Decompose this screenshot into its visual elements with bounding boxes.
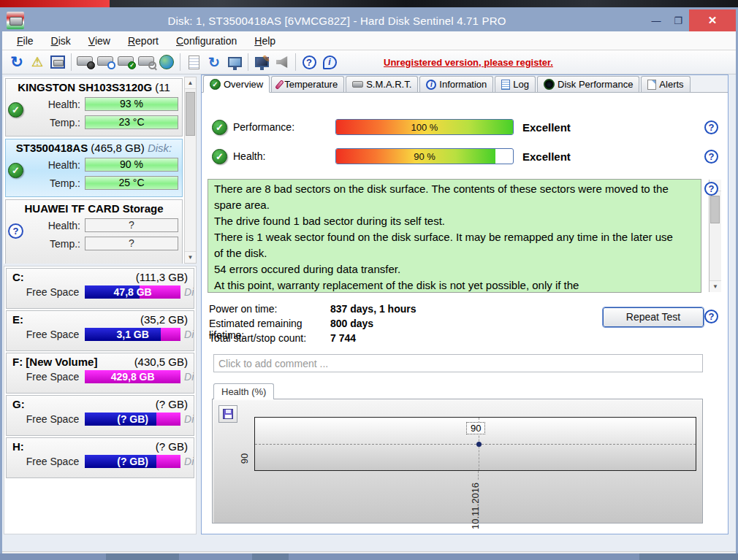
partition-item-f[interactable]: F: [New Volume] (430,5 GB) Free Space 42… xyxy=(6,353,194,394)
tab-overview[interactable]: ✓Overview xyxy=(203,75,270,93)
rescan-warning-button[interactable]: ⚠ xyxy=(27,52,47,72)
status-unknown-icon: ? xyxy=(8,223,23,239)
chart-data-point[interactable] xyxy=(476,442,482,447)
menu-disk[interactable]: Disk xyxy=(42,33,80,49)
status-ok-icon: ✓ xyxy=(8,102,23,118)
disk-clock-icon xyxy=(97,56,113,66)
sidebar: KINGSTON SH103S3120G (11 ✓ Health: 93 % … xyxy=(4,77,197,534)
scroll-thumb[interactable] xyxy=(710,196,720,223)
detect-disks-button[interactable] xyxy=(47,52,68,72)
disk-title: ST3500418AS (465,8 GB) Disk: xyxy=(6,139,182,154)
disk-list-scrollbar[interactable]: ▲ ▼ xyxy=(184,77,197,264)
partition-letter: C: xyxy=(12,271,24,283)
maximize-button[interactable]: ❐ xyxy=(667,12,689,28)
menu-help[interactable]: Help xyxy=(246,33,284,49)
menu-file[interactable]: File xyxy=(8,33,42,49)
health-meter: 93 % xyxy=(85,97,178,111)
scroll-thumb[interactable] xyxy=(186,92,195,136)
chart-gridline-h xyxy=(255,444,696,445)
repeat-test-help-icon[interactable]: ? xyxy=(704,310,718,323)
repeat-test-button[interactable]: Repeat Test xyxy=(603,307,704,327)
report-button[interactable] xyxy=(183,52,204,72)
disk-item-st3500418as-selected[interactable]: ST3500418AS (465,8 GB) Disk: ✓ Health: 9… xyxy=(5,139,183,197)
send-report-button[interactable]: ↻ xyxy=(204,52,224,72)
help-button[interactable]: ? xyxy=(299,52,319,72)
about-button[interactable]: i xyxy=(319,52,340,72)
disk-item-huawei[interactable]: HUAWEI TF CARD Storage ? Health: ? Temp.… xyxy=(5,199,183,264)
save-chart-button[interactable] xyxy=(218,405,237,423)
globe-icon xyxy=(159,55,174,69)
free-space-label: Free Space xyxy=(7,329,85,340)
partition-size: (35,2 GB) xyxy=(140,313,188,326)
health-bar: 90 % xyxy=(335,148,514,164)
disk-surface-test-button[interactable] xyxy=(75,52,95,72)
partition-list: C: (111,3 GB) Free Space 47,8 GB Disk xyxy=(4,266,197,534)
comment-input[interactable] xyxy=(213,354,703,372)
menu-view[interactable]: View xyxy=(80,33,119,49)
menu-configuration[interactable]: Configuration xyxy=(167,33,246,49)
refresh-button[interactable]: ↻ xyxy=(7,52,27,72)
sound-settings-button[interactable] xyxy=(272,52,292,72)
alerts-page-icon xyxy=(647,80,656,90)
message-help-icon[interactable]: ? xyxy=(704,182,718,196)
register-link[interactable]: Unregistered version, please register. xyxy=(384,57,553,68)
health-meter: ? xyxy=(85,218,178,232)
tab-disk-performance[interactable]: Disk Performance xyxy=(537,76,639,92)
partition-item-g[interactable]: G: (? GB) Free Space (? GB) Disk xyxy=(6,395,194,436)
chart-x-tick: 10.11.2016 xyxy=(470,477,481,529)
taskbar[interactable] xyxy=(0,553,738,560)
start-stop-count-label: Total start/stop count: xyxy=(209,332,330,344)
tab-alerts[interactable]: Alerts xyxy=(641,76,690,92)
temp-label: Temp.: xyxy=(6,177,85,189)
close-button[interactable]: ✕ xyxy=(689,9,736,31)
free-space-bar: 3,1 GB xyxy=(85,328,180,341)
message-scrollbar[interactable]: ▲ ▼ xyxy=(709,180,721,292)
menubar: File Disk View Report Configuration Help xyxy=(2,31,736,50)
desktop-wallpaper-strip xyxy=(0,0,738,7)
free-space-bar: 429,8 GB xyxy=(85,370,180,383)
disk-selftest-button[interactable]: ✓ xyxy=(115,52,136,72)
disk-schedule-button[interactable] xyxy=(95,52,115,72)
tab-temperature[interactable]: Temperature xyxy=(271,76,344,92)
preferences-button[interactable]: ✎ xyxy=(251,52,272,72)
chart-tab-health[interactable]: Health (%) xyxy=(213,383,274,399)
scroll-up-icon[interactable]: ▲ xyxy=(185,77,196,89)
warning-icon: ⚠ xyxy=(31,54,43,70)
partition-letter: E: xyxy=(12,313,23,326)
clipped-text: Disk xyxy=(184,456,194,467)
health-rating: Excellent xyxy=(522,150,571,163)
toolbar-separator xyxy=(295,53,296,71)
partition-size: (111,3 GB) xyxy=(136,271,188,283)
minimize-button[interactable]: — xyxy=(645,12,667,28)
free-space-label: Free Space xyxy=(7,371,85,383)
log-document-icon xyxy=(501,80,510,90)
temp-meter: ? xyxy=(85,237,178,250)
menu-report[interactable]: Report xyxy=(119,33,167,49)
free-space-bar: (? GB) xyxy=(85,455,180,468)
clipped-text: Disk xyxy=(184,286,194,298)
online-disk-button[interactable] xyxy=(156,52,177,72)
network-status-button[interactable] xyxy=(224,52,245,72)
partition-letter: H: xyxy=(12,440,24,453)
performance-help-icon[interactable]: ? xyxy=(704,120,718,134)
report-document-icon xyxy=(189,55,199,69)
refresh-icon: ↻ xyxy=(10,53,23,71)
tab-information[interactable]: iInformation xyxy=(419,76,493,92)
smart-disk-icon xyxy=(352,81,363,88)
free-space-label: Free Space xyxy=(7,456,85,467)
partition-item-e[interactable]: E: (35,2 GB) Free Space 3,1 GB Disk xyxy=(6,310,194,351)
tab-log[interactable]: Log xyxy=(495,76,536,92)
speaker-icon xyxy=(276,56,288,68)
disk-analyse-button[interactable] xyxy=(136,52,156,72)
start-stop-count-value: 7 744 xyxy=(330,332,356,344)
health-chart: Health (%) 90 90 10.11.2016 xyxy=(212,383,703,523)
scroll-down-icon[interactable]: ▼ xyxy=(185,251,196,263)
titlebar[interactable]: Disk: 1, ST3500418AS [6VMCG82Z] - Hard D… xyxy=(2,9,736,31)
disk-item-kingston[interactable]: KINGSTON SH103S3120G (11 ✓ Health: 93 % … xyxy=(5,78,183,137)
partition-item-h[interactable]: H: (? GB) Free Space (? GB) Disk xyxy=(6,437,194,478)
tab-smart[interactable]: S.M.A.R.T. xyxy=(346,76,418,92)
health-help-icon[interactable]: ? xyxy=(704,150,718,164)
scroll-down-icon[interactable]: ▼ xyxy=(710,280,721,292)
partition-item-c[interactable]: C: (111,3 GB) Free Space 47,8 GB Disk xyxy=(6,268,194,309)
partition-size: (430,5 GB) xyxy=(134,356,188,368)
